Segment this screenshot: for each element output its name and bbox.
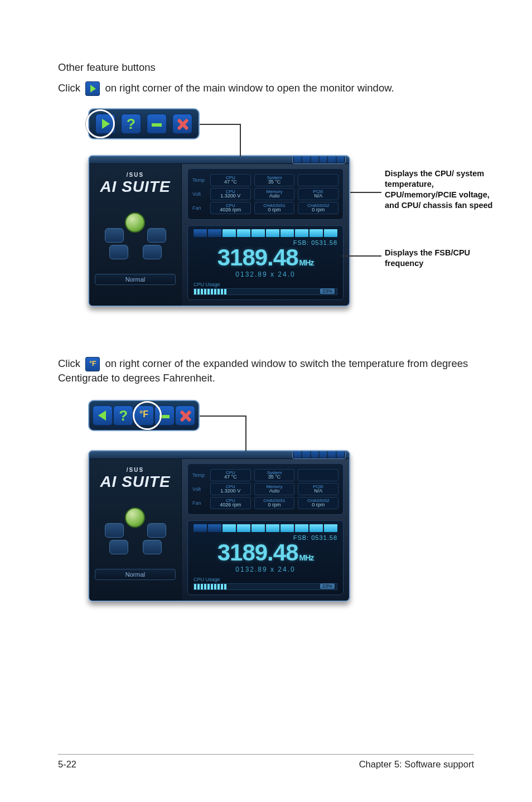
help-button[interactable] <box>121 114 141 134</box>
freq-segbar-2 <box>194 524 337 532</box>
freq-unit-2: MHz <box>299 553 314 562</box>
callout-ring-temp <box>133 401 162 430</box>
cpu-usage-pct-2: 23% <box>320 583 335 589</box>
pad-left[interactable] <box>105 228 124 243</box>
mode-dial[interactable] <box>125 212 145 233</box>
monitor-row: FanCPU4026 rpmCHASSIS10 rpmCHASSIS20 rpm <box>192 497 338 509</box>
monitor-chip: CPU4026 rpm <box>210 202 251 214</box>
monitor-row-label: Temp <box>192 177 207 183</box>
monitor-chip: CHASSIS10 rpm <box>254 202 295 214</box>
mode-label-2: Normal <box>95 569 176 580</box>
fsb-value-2: 0531.58 <box>311 534 337 541</box>
callout-freq: Displays the FSB/CPU frequency <box>385 248 502 269</box>
pad-bl-2[interactable] <box>109 540 128 554</box>
monitor-chip: CPU47 °C <box>210 174 251 186</box>
cpu-usage-pct: 23% <box>320 288 335 294</box>
help-button-2[interactable] <box>113 405 133 426</box>
chip-value: 35 °C <box>255 474 294 480</box>
mini-topbar-2 <box>292 450 346 459</box>
pad-right[interactable] <box>147 228 166 243</box>
monitor-chip: CHASSIS10 rpm <box>254 497 295 509</box>
control-pad <box>105 212 166 263</box>
expand-icon <box>85 81 100 96</box>
monitor-chip: CPU1.3200 V <box>210 483 251 495</box>
chip-value: 0 rpm <box>298 502 338 508</box>
chip-value: Auto <box>255 193 294 199</box>
close-button[interactable] <box>172 114 192 134</box>
cpu-usage: CPU Usage 23% <box>194 282 337 295</box>
pad-bl[interactable] <box>109 245 128 259</box>
window-titlebar <box>89 156 349 164</box>
monitor-chip: CPU47 °C <box>210 469 251 481</box>
fsb-value: 0531.58 <box>311 239 337 246</box>
paragraph-2: Click on right corner of the expanded wi… <box>58 357 474 385</box>
monitor-chip: MemoryAuto <box>254 188 295 200</box>
chip-value: 47 °C <box>211 179 250 185</box>
monitor-chip <box>298 174 338 186</box>
callout-monitor: Displays the CPU/ system temperature, CP… <box>385 168 502 210</box>
cpu-usage-fill-2 <box>194 584 227 590</box>
brand-2: /SUS AI SUITE <box>95 467 176 491</box>
callout-line-monitor <box>350 192 381 193</box>
monitor-row: VoltCPU1.3200 VMemoryAutoPCIEN/A <box>192 483 338 495</box>
left-panel: /SUS AI SUITE Normal <box>89 164 182 306</box>
section-heading: Other feature buttons <box>58 61 474 74</box>
ai-suite-window: /SUS AI SUITE Normal TempCPU47 °CSystem3… <box>88 155 350 307</box>
chip-value: 0 rpm <box>255 502 294 508</box>
brand-ai-suite: AI SUITE <box>95 178 176 196</box>
chip-value: 0 rpm <box>298 207 338 212</box>
p1-after: on right corner of the main window to op… <box>105 82 394 94</box>
p2-after: on right corner of the expanded window t… <box>58 357 468 384</box>
collapse-button[interactable] <box>93 405 113 426</box>
monitor-row-label: Fan <box>192 205 207 211</box>
freq-segbar <box>194 229 337 237</box>
monitor-row-label: Fan <box>192 500 207 506</box>
page-number: 5-22 <box>58 759 76 770</box>
monitor-row-label: Volt <box>192 191 207 197</box>
chip-value: 1.3200 V <box>211 488 250 494</box>
mode-dial-2[interactable] <box>125 508 145 528</box>
close-button-2[interactable] <box>175 405 195 426</box>
minimize-button[interactable] <box>147 114 167 134</box>
freq-main: 3189.48 <box>217 244 298 270</box>
page-footer: 5-22 Chapter 5: Software support <box>58 754 474 770</box>
monitor-chip: CPU1.3200 V <box>210 188 251 200</box>
cpu-usage-2: CPU Usage 23% <box>194 577 337 590</box>
monitor-chip: PCIEN/A <box>298 483 338 495</box>
chip-value: 1.3200 V <box>211 193 250 199</box>
monitor-chip: CHASSIS20 rpm <box>298 497 338 509</box>
callout-ring-expand <box>86 109 115 138</box>
monitor-row: VoltCPU1.3200 VMemoryAutoPCIEN/A <box>192 188 338 200</box>
freq-unit: MHz <box>299 258 314 267</box>
ai-suite-window-2: /SUS AI SUITE Normal TempCPU47 °CSystem3… <box>88 450 350 602</box>
pad-br[interactable] <box>143 245 162 259</box>
monitor-row-label: Volt <box>192 486 207 492</box>
control-pad-2 <box>105 508 166 558</box>
callout-line-freq <box>341 255 381 257</box>
cpu-frequency-2: 3189.48MHz <box>194 541 337 564</box>
chip-value: Auto <box>255 488 294 494</box>
lead-h1 <box>200 124 240 125</box>
pad-right-2[interactable] <box>147 523 166 538</box>
chip-value: 0 rpm <box>255 207 294 212</box>
monitor-row: FanCPU4026 rpmCHASSIS10 rpmCHASSIS20 rpm <box>192 202 338 214</box>
cpu-usage-label-2: CPU Usage <box>194 577 337 582</box>
lead-h2 <box>200 416 245 417</box>
cpu-frequency: 3189.48MHz <box>194 246 337 269</box>
monitor-chip: System35 °C <box>254 469 295 481</box>
chip-value: N/A <box>298 193 338 199</box>
brand: /SUS AI SUITE <box>95 172 176 196</box>
window-titlebar-2 <box>89 451 349 459</box>
monitor-chip: MemoryAuto <box>254 483 295 495</box>
pad-br-2[interactable] <box>143 540 162 554</box>
p1-before: Click <box>58 82 80 94</box>
cpu-usage-label: CPU Usage <box>194 282 337 287</box>
pad-left-2[interactable] <box>105 523 124 538</box>
cpu-usage-bar-2: 23% <box>194 583 337 590</box>
cpu-usage-bar: 23% <box>194 288 337 295</box>
left-panel-2: /SUS AI SUITE Normal <box>89 459 182 601</box>
chip-value: 47 °C <box>211 474 250 480</box>
brand-asus: /SUS <box>95 172 176 178</box>
freq-main-2: 3189.48 <box>217 539 298 566</box>
monitor-chip: CPU4026 rpm <box>210 497 251 509</box>
